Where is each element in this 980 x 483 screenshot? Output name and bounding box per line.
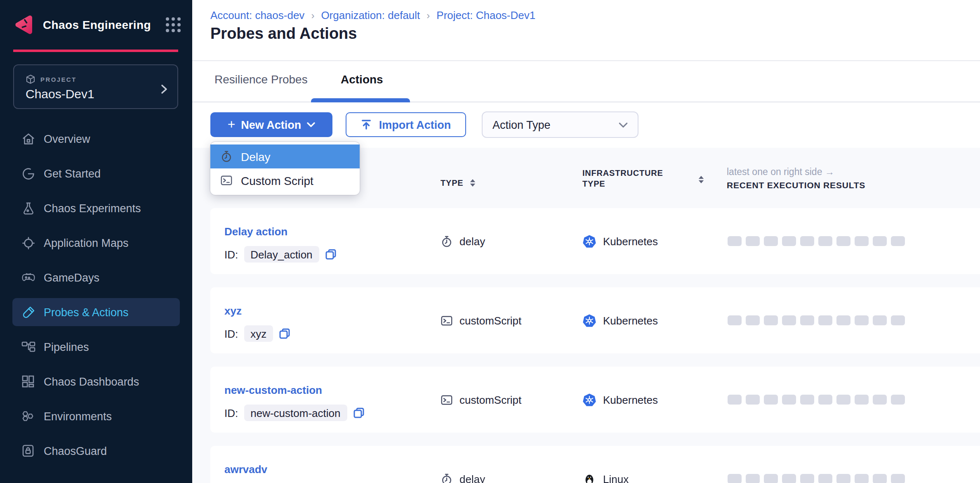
menu-item-custom-script[interactable]: Custom Script: [210, 168, 360, 192]
infrastructure-cell: Kubernetes: [582, 367, 658, 433]
copy-icon[interactable]: [279, 328, 290, 339]
stopwatch-icon: [441, 473, 453, 483]
recent-execution-results: [728, 236, 905, 246]
execution-result-placeholder: [800, 395, 814, 405]
tab-actions[interactable]: Actions: [341, 73, 383, 86]
sidebar-item-label: Pipelines: [44, 341, 89, 353]
execution-result-placeholder: [746, 395, 760, 405]
sidebar-item-overview[interactable]: Overview: [12, 121, 180, 156]
sidebar: Chaos Engineering PROJECT Chaos-Dev1: [0, 0, 192, 483]
infrastructure-value: Kubernetes: [603, 314, 658, 327]
execution-result-placeholder: [836, 474, 850, 483]
execution-result-placeholder: [891, 315, 905, 325]
infrastructure-cell: Linux: [582, 446, 629, 483]
import-action-button[interactable]: Import Action: [346, 112, 466, 137]
sidebar-item-application-maps[interactable]: Application Maps: [12, 225, 180, 260]
execution-result-placeholder: [855, 474, 869, 483]
type-value: delay: [459, 473, 485, 483]
execution-result-placeholder: [728, 395, 742, 405]
type-cell: customScript: [441, 367, 521, 433]
execution-result-placeholder: [728, 315, 742, 325]
project-selector[interactable]: PROJECT Chaos-Dev1: [13, 64, 178, 109]
sidebar-item-label: Chaos Dashboards: [44, 375, 139, 388]
infrastructure-value: Kubernetes: [603, 393, 658, 406]
execution-result-placeholder: [818, 236, 832, 246]
menu-item-label: Delay: [241, 150, 271, 163]
action-name-link[interactable]: new-custom-action: [224, 384, 322, 396]
harness-chaos-logo-icon[interactable]: [13, 14, 35, 36]
column-header-recent-execution-results: RECENT EXECUTION RESULTS: [727, 180, 865, 190]
app-title: Chaos Engineering: [43, 18, 158, 31]
table-row: Delay action ID: Delay_action delay: [210, 208, 980, 274]
action-id-value: new-custom-action: [244, 405, 347, 421]
sidebar-item-gamedays[interactable]: GameDays: [12, 260, 180, 295]
chevron-right-icon: [161, 83, 167, 97]
action-name-link[interactable]: Delay action: [224, 225, 287, 238]
action-type-filter-select[interactable]: Action Type: [482, 111, 638, 138]
execution-result-placeholder: [764, 236, 778, 246]
execution-result-placeholder: [873, 236, 887, 246]
page-title: Probes and Actions: [210, 25, 357, 43]
execution-result-placeholder: [873, 395, 887, 405]
execution-result-placeholder: [728, 236, 742, 246]
execution-result-placeholder: [782, 395, 796, 405]
sidebar-item-chaos-experiments[interactable]: Chaos Experiments: [12, 191, 180, 225]
plus-icon: +: [228, 118, 236, 131]
home-icon: [21, 132, 35, 146]
execution-result-placeholder: [873, 315, 887, 325]
new-action-button[interactable]: + New Action: [210, 112, 332, 137]
action-name-link[interactable]: xyz: [224, 305, 242, 317]
terminal-icon: [441, 314, 453, 327]
infrastructure-value: Kubernetes: [603, 235, 658, 247]
execution-result-placeholder: [728, 474, 742, 483]
execution-result-placeholder: [782, 474, 796, 483]
table-row: new-custom-action ID: new-custom-action …: [210, 367, 980, 433]
lock-icon: [21, 444, 35, 458]
sidebar-item-chaosguard[interactable]: ChaosGuard: [12, 433, 180, 468]
column-header-type: TYPE: [441, 178, 476, 187]
action-name-link[interactable]: awrvadv: [224, 463, 267, 476]
sidebar-item-chaos-dashboards[interactable]: Chaos Dashboards: [12, 364, 180, 399]
sidebar-item-pipelines[interactable]: Pipelines: [12, 329, 180, 364]
stopwatch-icon: [441, 235, 453, 247]
flask-icon: [21, 201, 35, 215]
sort-icon[interactable]: [469, 178, 476, 187]
app-window: Chaos Engineering PROJECT Chaos-Dev1: [0, 0, 980, 483]
execution-result-placeholder: [782, 236, 796, 246]
id-label: ID:: [224, 407, 238, 419]
copy-icon[interactable]: [353, 407, 364, 419]
type-value: customScript: [459, 314, 521, 327]
active-tab-indicator: [311, 98, 410, 102]
type-cell: delay: [441, 446, 485, 483]
terminal-icon: [220, 174, 233, 187]
sidebar-item-label: Overview: [44, 133, 90, 145]
breadcrumb-account-link[interactable]: Account: chaos-dev: [210, 9, 304, 21]
execution-result-placeholder: [818, 315, 832, 325]
type-cell: delay: [441, 208, 485, 274]
sidebar-item-label: Get Started: [44, 167, 101, 180]
breadcrumb-organization-link[interactable]: Organization: default: [321, 9, 420, 21]
execution-result-placeholder: [855, 236, 869, 246]
type-value: customScript: [459, 393, 521, 406]
infrastructure-cell: Kubernetes: [582, 208, 658, 274]
sort-icon[interactable]: [698, 175, 704, 184]
tab-resilience-probes[interactable]: Resilience Probes: [214, 73, 308, 86]
cube-icon: [26, 74, 35, 84]
menu-item-delay[interactable]: Delay: [210, 144, 360, 168]
module-switcher-grid-icon[interactable]: [166, 17, 181, 32]
gamepad-icon: [21, 270, 35, 284]
execution-result-placeholder: [800, 315, 814, 325]
execution-result-placeholder: [764, 315, 778, 325]
sidebar-item-label: Application Maps: [44, 237, 129, 249]
sidebar-item-probes-and-actions[interactable]: Probes & Actions: [12, 298, 180, 326]
hexagons-icon: [21, 409, 35, 423]
tabs-divider: [192, 102, 980, 102]
sidebar-item-environments[interactable]: Environments: [12, 399, 180, 433]
get-started-icon: [21, 166, 35, 180]
sidebar-nav: Overview Get Started Chaos Experiments: [0, 121, 192, 468]
kubernetes-icon: [582, 313, 596, 327]
breadcrumb-project-link[interactable]: Project: Chaos-Dev1: [436, 9, 535, 21]
sidebar-item-get-started[interactable]: Get Started: [12, 156, 180, 191]
column-header-infrastructure-type: INFRASTRUCTURE TYPE: [582, 168, 665, 189]
copy-icon[interactable]: [325, 249, 337, 260]
